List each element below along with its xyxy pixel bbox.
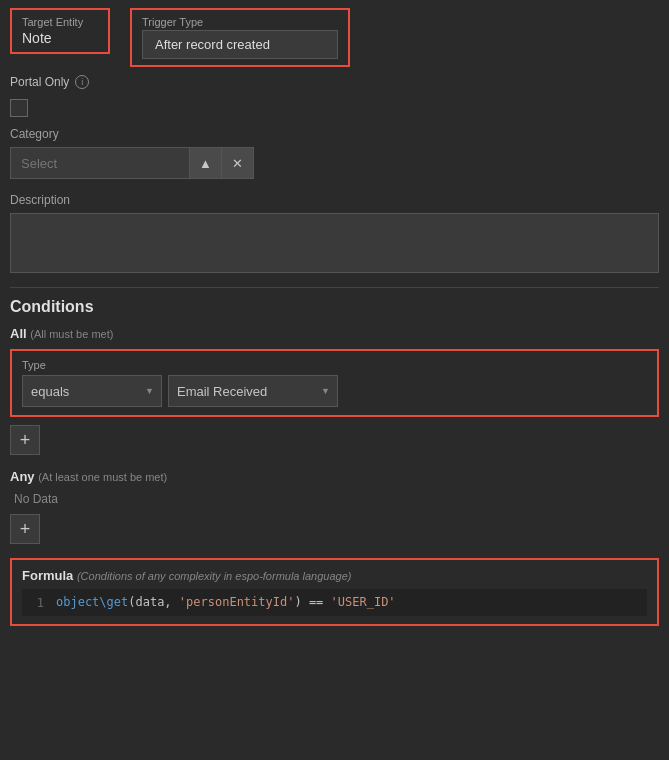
condition-row-box: Type equals Email Received	[10, 349, 659, 417]
formula-code-text: object\get(data, 'personEntityId') == 'U…	[56, 595, 396, 610]
formula-title-row: Formula (Conditions of any complexity in…	[22, 568, 647, 583]
any-label-sub: (At least one must be met)	[38, 471, 167, 483]
all-label-bold: All	[10, 326, 27, 341]
category-select-row: ▲ ✕	[10, 147, 659, 179]
portal-only-info-icon[interactable]: i	[75, 75, 89, 89]
any-label-row: Any (At least one must be met)	[10, 469, 659, 484]
divider	[10, 287, 659, 288]
add-condition-btn[interactable]: +	[10, 425, 40, 455]
any-label-bold: Any	[10, 469, 35, 484]
category-label: Category	[10, 127, 659, 141]
description-textarea[interactable]	[10, 213, 659, 273]
all-label-sub: (All must be met)	[30, 328, 113, 340]
condition-fields-row: equals Email Received	[22, 375, 647, 407]
trigger-type-label: Trigger Type	[142, 16, 338, 28]
formula-fn-part: object\get	[56, 595, 128, 609]
trigger-type-box: Trigger Type After record created	[130, 8, 350, 67]
target-entity-box: Target Entity Note	[10, 8, 110, 54]
portal-only-checkbox-wrapper	[10, 99, 659, 117]
portal-only-label: Portal Only	[10, 75, 69, 89]
category-clear-btn[interactable]: ✕	[222, 147, 254, 179]
conditions-any-section: Any (At least one must be met) No Data +	[10, 469, 659, 544]
equals-select[interactable]: equals	[22, 375, 162, 407]
equals-select-wrapper: equals	[22, 375, 162, 407]
target-entity-value: Note	[22, 30, 98, 46]
no-data-label: No Data	[10, 492, 659, 506]
portal-only-row: Portal Only i	[10, 75, 659, 89]
category-select-input[interactable]	[10, 147, 190, 179]
trigger-type-value: After record created	[142, 30, 338, 59]
condition-type-label: Type	[22, 359, 647, 371]
formula-box: Formula (Conditions of any complexity in…	[10, 558, 659, 626]
conditions-all-section: All (All must be met) Type equals Email …	[10, 326, 659, 455]
add-any-condition-btn[interactable]: +	[10, 514, 40, 544]
formula-title-bold: Formula	[22, 568, 73, 583]
formula-title-sub: (Conditions of any complexity in espo-fo…	[77, 570, 352, 582]
all-label-row: All (All must be met)	[10, 326, 659, 341]
email-received-select-wrapper: Email Received	[168, 375, 338, 407]
description-label: Description	[10, 193, 659, 207]
conditions-title: Conditions	[10, 298, 659, 316]
target-entity-label: Target Entity	[22, 16, 98, 28]
formula-code-block: 1 object\get(data, 'personEntityId') == …	[22, 589, 647, 616]
email-received-select[interactable]: Email Received	[168, 375, 338, 407]
chevron-up-icon: ▲	[199, 156, 212, 171]
portal-only-checkbox[interactable]	[10, 99, 28, 117]
formula-line-number: 1	[30, 595, 44, 610]
category-chevron-btn[interactable]: ▲	[190, 147, 222, 179]
clear-icon: ✕	[232, 156, 243, 171]
